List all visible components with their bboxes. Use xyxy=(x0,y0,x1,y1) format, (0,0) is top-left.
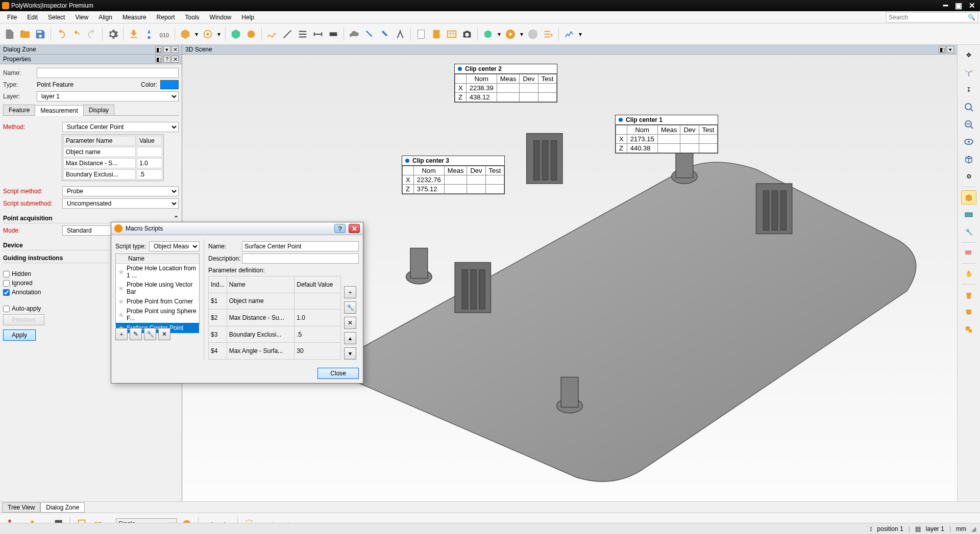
script-item[interactable]: ★Probe Hole using Vector Bar xyxy=(116,280,199,296)
sequence-dropdown[interactable]: ▾ xyxy=(497,31,502,38)
name-input[interactable] xyxy=(37,68,179,78)
target-icon[interactable] xyxy=(201,28,214,41)
edit-param-button[interactable]: 🔧 xyxy=(344,301,356,314)
layer-select[interactable]: layer 1 xyxy=(37,91,179,101)
star-icon[interactable]: ★ xyxy=(118,297,125,306)
cube-dropdown[interactable]: ▾ xyxy=(194,31,199,38)
cube-orange-icon[interactable] xyxy=(244,28,258,41)
target-dropdown[interactable]: ▾ xyxy=(216,31,222,38)
eye-icon[interactable] xyxy=(961,135,976,149)
edit-script-button[interactable]: ✎ xyxy=(130,328,142,340)
tab-display[interactable]: Display xyxy=(83,105,114,115)
ignored-checkbox[interactable] xyxy=(3,280,10,287)
options-icon[interactable] xyxy=(106,28,119,41)
menu-align[interactable]: Align xyxy=(93,12,117,22)
cloud-icon[interactable] xyxy=(348,28,361,41)
new-icon[interactable] xyxy=(3,28,16,41)
callout[interactable]: Clip center 3NomMeasDevTestX2232.76Z375.… xyxy=(402,156,505,194)
gauge-icon[interactable] xyxy=(327,28,340,41)
import-icon[interactable] xyxy=(127,28,140,41)
config-script-button[interactable]: 🔧 xyxy=(144,328,156,340)
center-view-icon[interactable]: ✥ xyxy=(961,48,976,62)
tab-measurement[interactable]: Measurement xyxy=(35,105,83,116)
zoom-fit-icon[interactable] xyxy=(961,100,976,114)
scene-pin-icon[interactable]: ◧ xyxy=(939,46,946,53)
digits-icon[interactable]: 010 xyxy=(158,28,171,41)
script-submethod-select[interactable]: Uncompensated xyxy=(62,198,179,209)
move-up-button[interactable]: ▴ xyxy=(344,332,356,344)
script-item[interactable]: ★Probe Hole Location from 1 ... xyxy=(116,264,199,280)
anchor-icon[interactable]: ↧ xyxy=(961,83,976,97)
chart-icon[interactable] xyxy=(562,28,576,41)
bucket-icon[interactable] xyxy=(961,288,976,302)
panel-pin-icon[interactable]: ◧ xyxy=(155,46,162,53)
search-icon[interactable]: 🔍 xyxy=(968,14,975,21)
table-icon[interactable] xyxy=(445,28,458,41)
scene-dropdown-icon[interactable]: ▾ xyxy=(947,46,954,53)
star-icon[interactable]: ★ xyxy=(118,268,125,276)
properties-close-icon[interactable]: ✕ xyxy=(172,56,179,63)
add-script-button[interactable]: ＋ xyxy=(115,328,128,340)
box-view-icon[interactable] xyxy=(961,152,976,166)
star-icon[interactable]: ★ xyxy=(118,284,125,292)
wrench-icon[interactable]: 🔧 xyxy=(961,225,976,239)
probe-icon[interactable] xyxy=(142,28,156,41)
color-swatch[interactable] xyxy=(160,80,179,89)
star-icon[interactable]: ★ xyxy=(118,311,125,319)
move-down-button[interactable]: ▾ xyxy=(344,347,356,360)
minimize-button[interactable]: ━ xyxy=(939,1,951,10)
panel-close-icon[interactable]: ✕ xyxy=(172,46,179,53)
camera-icon[interactable] xyxy=(460,28,474,41)
stop-icon[interactable] xyxy=(526,28,540,41)
apply-button[interactable]: Apply xyxy=(3,329,36,341)
shaded-view-icon[interactable] xyxy=(961,190,976,205)
properties-pin-icon[interactable]: ◧ xyxy=(155,56,162,63)
script-type-select[interactable]: Object Measurem xyxy=(149,241,200,251)
menu-help[interactable]: Help xyxy=(236,12,259,22)
zoom-area-icon[interactable] xyxy=(961,117,976,132)
param-row[interactable]: $4Max Angle - Surfa...30 xyxy=(209,343,341,360)
panel-dropdown-icon[interactable]: ▾ xyxy=(163,46,170,53)
hand-icon[interactable]: ✋ xyxy=(961,267,976,281)
menu-file[interactable]: File xyxy=(2,12,22,22)
section-icon[interactable] xyxy=(296,28,309,41)
list-play-icon[interactable] xyxy=(542,28,555,41)
report-icon[interactable] xyxy=(414,28,428,41)
menu-measure[interactable]: Measure xyxy=(117,12,152,22)
properties-help-icon[interactable]: ? xyxy=(163,56,170,63)
line-icon[interactable] xyxy=(281,28,294,41)
dialog-close-button[interactable]: ✕ xyxy=(349,224,360,233)
play-dropdown[interactable]: ▾ xyxy=(519,31,524,38)
menu-window[interactable]: Window xyxy=(205,12,237,22)
caliper-icon[interactable] xyxy=(363,28,376,41)
bottom-tab-dialog[interactable]: Dialog Zone xyxy=(40,502,85,513)
redo-dropdown-icon[interactable] xyxy=(70,28,83,41)
caliper2-icon[interactable] xyxy=(378,28,391,41)
play-icon[interactable] xyxy=(504,28,517,41)
previous-button[interactable]: Previous xyxy=(3,314,44,325)
compass-icon[interactable] xyxy=(394,28,407,41)
search-input[interactable] xyxy=(889,14,968,21)
cube-icon[interactable] xyxy=(179,28,192,41)
box-green-icon[interactable] xyxy=(229,28,242,41)
method-select[interactable]: Surface Center Point xyxy=(62,122,179,132)
script-item[interactable]: ★Probe Point from Corner xyxy=(116,296,199,307)
param-row[interactable]: $1Object name xyxy=(209,293,341,310)
menu-edit[interactable]: Edit xyxy=(22,12,43,22)
dimension-icon[interactable] xyxy=(311,28,325,41)
hidden-checkbox[interactable] xyxy=(3,271,10,277)
search-box[interactable]: 🔍 xyxy=(886,12,978,22)
annotation-checkbox[interactable] xyxy=(3,289,10,296)
open-icon[interactable] xyxy=(18,28,32,41)
param-row[interactable]: $2Max Distance - Su...1.0 xyxy=(209,310,341,326)
add-param-button[interactable]: ＋ xyxy=(344,286,356,298)
close-button[interactable]: ✕ xyxy=(966,1,978,10)
resize-grip-icon[interactable]: ◢ xyxy=(971,525,976,532)
gear-view-icon[interactable]: ⚙ xyxy=(961,169,976,184)
macro-name-input[interactable] xyxy=(242,241,359,251)
menu-view[interactable]: View xyxy=(70,12,93,22)
bottom-tab-tree[interactable]: Tree View xyxy=(2,502,40,513)
callout[interactable]: Clip center 2NomMeasDevTestX2238.39Z438.… xyxy=(454,64,557,103)
param-row[interactable]: $3Boundary Exclusi....5 xyxy=(209,326,341,343)
shape-icon[interactable] xyxy=(961,305,976,319)
